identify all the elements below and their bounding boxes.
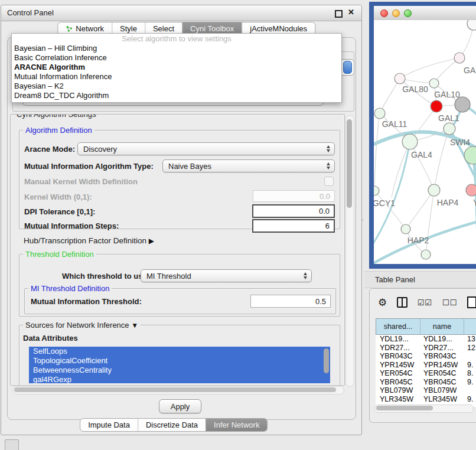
float-window-button[interactable]: [335, 10, 343, 18]
dpi-tolerance-input[interactable]: 0.0: [252, 204, 335, 218]
algorithm-option[interactable]: Bayesian – Hill Climbing: [12, 44, 341, 53]
network-node[interactable]: [421, 250, 431, 259]
gear-icon[interactable]: ⚙: [378, 296, 387, 309]
table-row[interactable]: YLR345WYLR345W9.: [376, 395, 476, 404]
list-scrollbar[interactable]: [324, 348, 329, 373]
tab-label: Infer Network: [214, 420, 259, 429]
hub-definition-expander[interactable]: Hub/Transcription Factor Definition ▶: [24, 236, 154, 245]
node-label: GAL11: [382, 119, 407, 129]
algorithm-dropdown-popup: Select algorithm to view settings Bayesi…: [11, 33, 342, 103]
network-node[interactable]: [444, 123, 455, 135]
mi-type-value: Naive Bayes: [168, 162, 211, 171]
table-row[interactable]: YBR045CYBR045C9.: [376, 378, 476, 387]
scrollbar-thumb[interactable]: [347, 119, 352, 208]
close-window-icon[interactable]: [380, 9, 388, 17]
panel-splitter-handle[interactable]: ‹: [362, 218, 364, 222]
network-node[interactable]: [454, 53, 465, 63]
table-row[interactable]: YER054CYER054C8.: [376, 369, 476, 378]
table-row[interactable]: YPR145WYPR145W9.: [376, 361, 476, 370]
manual-kernel-checkbox[interactable]: [324, 177, 334, 186]
panel-title: Control Panel: [7, 8, 54, 17]
column-header[interactable]: [464, 319, 476, 334]
network-node[interactable]: [402, 134, 418, 149]
combobox-arrows-icon: [327, 145, 330, 152]
table-cell: YBL079W: [419, 386, 463, 395]
table-horizontal-scrollbar[interactable]: [374, 405, 474, 413]
apply-button-label: Apply: [171, 402, 190, 411]
bottom-tabbar: Impute DataDiscretize DataInfer Network: [80, 418, 268, 432]
table-cell: YDR27...: [419, 344, 463, 353]
network-node[interactable]: [431, 100, 442, 112]
node-label: GAL80: [402, 84, 428, 94]
manual-kernel-label: Manual Kernel Width Definition: [24, 177, 138, 186]
table-cell: 9.: [463, 361, 476, 370]
network-node[interactable]: [467, 20, 476, 30]
settings-vertical-scrollbar[interactable]: [345, 115, 354, 387]
algorithm-option[interactable]: Bayesian – K2: [12, 81, 341, 91]
table-cell: YLR345W: [419, 395, 463, 404]
settings-horizontal-scrollbar[interactable]: [12, 386, 344, 394]
kernel-width-label: Kernel Width (0,1):: [24, 193, 92, 201]
kernel-width-value: 0.0: [319, 192, 330, 201]
table-row[interactable]: YDL19...YDL19...13: [376, 335, 476, 344]
network-node[interactable]: [395, 73, 405, 84]
network-node[interactable]: [429, 79, 439, 88]
network-node[interactable]: [466, 184, 476, 196]
algorithm-definition-title: Algorithm Definition: [23, 126, 94, 135]
mi-threshold-group-title: MI Threshold Definition: [28, 284, 112, 293]
network-icon: [66, 25, 73, 32]
table-cell: YBR045C: [376, 378, 419, 387]
attribute-item[interactable]: gal4RGexp: [29, 375, 330, 383]
node-label: GAL10: [434, 90, 460, 99]
scrollbar-thumb[interactable]: [376, 406, 433, 410]
network-node[interactable]: [428, 184, 440, 196]
zoom-window-icon[interactable]: [404, 9, 412, 17]
data-attributes-list[interactable]: SelfLoopsTopologicalCoefficientBetweenne…: [29, 347, 330, 383]
collapse-down-icon[interactable]: ▼: [131, 321, 138, 330]
table-cell: YLR345W: [376, 395, 419, 404]
mi-threshold-input[interactable]: 0.5: [250, 295, 331, 308]
scrollbar-thumb[interactable]: [14, 387, 336, 392]
attribute-item[interactable]: SelfLoops: [29, 347, 330, 356]
network-node[interactable]: [401, 224, 410, 234]
apply-button[interactable]: Apply: [159, 399, 201, 413]
mi-steps-input[interactable]: 6: [252, 219, 335, 233]
attribute-item[interactable]: TopologicalCoefficient: [29, 356, 330, 366]
column-header[interactable]: name: [420, 319, 464, 334]
table-cell: YBL079W: [376, 386, 419, 395]
attribute-item[interactable]: BetweennessCentrality: [29, 366, 330, 375]
deselect-all-checkboxes-icon[interactable]: ☐☐: [442, 298, 457, 307]
hub-definition-label: Hub/Transcription Factor Definition: [24, 236, 146, 245]
algorithm-option[interactable]: ARACNE Algorithm: [12, 63, 341, 72]
aracne-mode-combobox[interactable]: Discovery: [77, 142, 335, 155]
select-all-checkboxes-icon[interactable]: ☑☑: [418, 298, 432, 307]
minimized-panel-icon[interactable]: [5, 439, 19, 450]
split-columns-icon[interactable]: [397, 297, 407, 308]
table-row[interactable]: YBR043CYBR043C: [376, 352, 476, 361]
minimize-window-icon[interactable]: [392, 9, 400, 17]
kernel-width-input[interactable]: 0.0: [253, 190, 335, 202]
tab-label: Style: [120, 24, 137, 33]
combobox-arrows-icon: [304, 272, 307, 279]
which-threshold-combobox[interactable]: MI Threshold: [141, 269, 312, 282]
algorithm-option[interactable]: Dream8 DC_TDC Algorithm: [12, 91, 341, 100]
table-cell: [463, 386, 476, 395]
network-node[interactable]: [374, 186, 379, 195]
mi-type-combobox[interactable]: Naive Bayes: [162, 159, 335, 172]
algorithm-option[interactable]: Mutual Information Inference: [12, 72, 341, 81]
file-icon[interactable]: [467, 296, 476, 308]
node-label: Y: [473, 198, 476, 207]
table-row[interactable]: YBL079WYBL079W: [376, 386, 476, 395]
algorithm-option[interactable]: Basic Correlation Inference: [12, 53, 341, 63]
bottom-tab-impute-data[interactable]: Impute Data: [80, 419, 138, 431]
network-node[interactable]: [374, 108, 385, 119]
network-canvas[interactable]: GALGAL80GAL10GAL1GAL11SWI4GAL4GCY1HAP4YH…: [374, 20, 476, 264]
bottom-tab-discretize-data[interactable]: Discretize Data: [138, 419, 206, 431]
combobox-stepper[interactable]: [343, 61, 352, 74]
expand-right-icon[interactable]: ▶: [149, 237, 154, 245]
table-row[interactable]: YDR27...YDR27...12: [376, 344, 476, 353]
tab-label: Cyni Toolbox: [190, 24, 234, 33]
bottom-tab-infer-network[interactable]: Infer Network: [206, 419, 267, 431]
column-header[interactable]: shared...: [376, 319, 420, 334]
close-panel-button[interactable]: ✕: [348, 8, 354, 17]
